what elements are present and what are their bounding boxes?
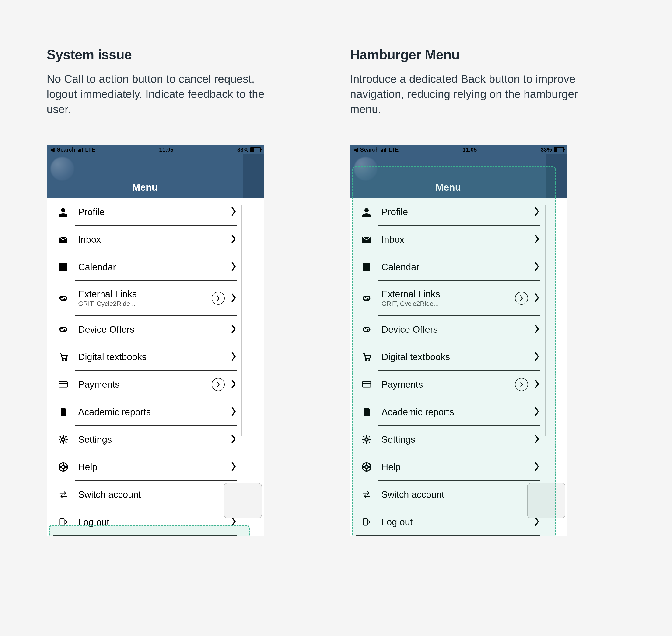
card-icon	[360, 379, 373, 390]
menu-item-sublabel: GRIT, Cycle2Ride...	[78, 300, 204, 307]
chevron-right-icon	[231, 407, 236, 417]
menu-item-label: Log out	[78, 517, 223, 526]
menu-item-label: Calendar	[78, 262, 223, 272]
chevron-right-icon	[231, 434, 236, 444]
scrollbar[interactable]	[544, 205, 546, 436]
chevron-right-icon	[534, 352, 540, 362]
status-time: 11:05	[462, 146, 477, 153]
menu-item-device[interactable]: Device Offers	[350, 316, 546, 343]
circled-chevron-icon[interactable]	[212, 292, 225, 305]
menu-item-sublabel: GRIT, Cycle2Ride...	[382, 300, 507, 307]
circled-chevron-icon[interactable]	[515, 378, 528, 391]
menu-item-label: Inbox	[78, 235, 223, 244]
menu-item-textbooks[interactable]: Digital textbooks	[350, 343, 546, 371]
menu-item-textbooks[interactable]: Digital textbooks	[47, 343, 243, 371]
logout-icon	[360, 517, 373, 527]
menu-item-label: Academic reports	[78, 407, 223, 417]
menu-item-label: Profile	[78, 207, 223, 217]
avatar[interactable]	[51, 157, 74, 180]
menu-item-calendar[interactable]: Calendar	[350, 253, 546, 281]
battery-icon	[554, 147, 564, 152]
menu-item-label: Digital textbooks	[78, 352, 223, 362]
menu-item-external[interactable]: External LinksGRIT, Cycle2Ride...	[350, 281, 546, 316]
chevron-right-icon	[231, 262, 236, 272]
underlying-card	[224, 483, 262, 518]
menu-item-label: Help	[382, 462, 526, 472]
signal-icon	[381, 147, 386, 152]
menu-item-inbox[interactable]: Inbox	[47, 226, 243, 253]
menu-item-label: External LinksGRIT, Cycle2Ride...	[78, 289, 204, 307]
description-right: Introduce a dedicated Back button to imp…	[350, 72, 583, 117]
menu-item-label: Device Offers	[78, 325, 223, 334]
gear-icon	[360, 434, 373, 444]
signal-icon	[78, 147, 83, 152]
circled-chevron-icon[interactable]	[212, 378, 225, 391]
status-battery-pct: 33%	[541, 146, 552, 153]
chevron-right-icon	[534, 207, 540, 217]
chevron-right-icon	[231, 293, 236, 303]
swap-icon	[360, 489, 373, 500]
menu-item-label: Switch account	[78, 490, 223, 499]
link-icon	[56, 324, 70, 335]
menu-item-switch[interactable]: Switch account	[350, 481, 546, 508]
chevron-right-icon	[534, 262, 540, 272]
lifebuoy-icon	[360, 462, 373, 472]
menu-item-help[interactable]: Help	[47, 453, 243, 481]
menu-item-label: Digital textbooks	[382, 352, 526, 362]
menu-item-switch[interactable]: Switch account	[47, 481, 243, 508]
chevron-right-icon	[231, 352, 236, 362]
chevron-right-icon	[231, 462, 236, 472]
underlying-content	[243, 198, 264, 536]
heading-left: System issue	[47, 47, 322, 62]
menu-item-profile[interactable]: Profile	[350, 198, 546, 226]
drawer-menu: ProfileInboxCalendarExternal LinksGRIT, …	[350, 198, 546, 536]
underlying-content	[546, 198, 567, 536]
doc-icon	[360, 407, 373, 417]
scrollbar[interactable]	[241, 205, 243, 436]
drawer-title: Menu	[132, 182, 158, 193]
menu-item-calendar[interactable]: Calendar	[47, 253, 243, 281]
heading-right: Hamburger Menu	[350, 47, 625, 62]
link-icon	[360, 324, 373, 335]
menu-item-label: Inbox	[382, 235, 526, 244]
chevron-right-icon	[534, 434, 540, 444]
menu-item-payments[interactable]: Payments	[350, 371, 546, 398]
chevron-right-icon	[231, 207, 236, 217]
menu-item-profile[interactable]: Profile	[47, 198, 243, 226]
menu-item-logout[interactable]: Log out	[350, 508, 546, 536]
mail-icon	[56, 234, 70, 244]
menu-item-reports[interactable]: Academic reports	[350, 398, 546, 426]
menu-item-payments[interactable]: Payments	[47, 371, 243, 398]
chevron-right-icon	[534, 234, 540, 244]
underlying-navbar	[243, 154, 264, 198]
status-bar: ◀ Search LTE 11:05 33%	[350, 145, 567, 154]
phone-mock-left: ◀ Search LTE 11:05 33% Menu	[47, 145, 264, 536]
menu-item-device[interactable]: Device Offers	[47, 316, 243, 343]
drawer-header: Menu	[47, 154, 243, 198]
underlying-navbar	[546, 154, 567, 198]
underlying-card	[527, 483, 565, 518]
card-icon	[56, 379, 70, 390]
chevron-right-icon	[231, 379, 236, 390]
menu-item-label: Device Offers	[382, 325, 526, 334]
menu-item-inbox[interactable]: Inbox	[350, 226, 546, 253]
avatar[interactable]	[354, 157, 377, 180]
menu-item-logout[interactable]: Log out	[47, 508, 243, 536]
menu-item-help[interactable]: Help	[350, 453, 546, 481]
chevron-right-icon	[534, 379, 540, 390]
menu-item-settings[interactable]: Settings	[350, 426, 546, 453]
menu-item-label: Calendar	[382, 262, 526, 272]
calendar-icon	[56, 262, 70, 272]
chevron-right-icon	[534, 462, 540, 472]
menu-item-settings[interactable]: Settings	[47, 426, 243, 453]
menu-item-reports[interactable]: Academic reports	[47, 398, 243, 426]
link-icon	[56, 293, 70, 303]
cart-icon	[360, 352, 373, 362]
status-bar: ◀ Search LTE 11:05 33%	[47, 145, 264, 154]
menu-item-external[interactable]: External LinksGRIT, Cycle2Ride...	[47, 281, 243, 316]
chevron-right-icon	[534, 293, 540, 303]
status-network: LTE	[388, 146, 399, 153]
menu-item-label: Help	[78, 462, 223, 472]
back-triangle-icon: ◀	[353, 146, 358, 153]
circled-chevron-icon[interactable]	[515, 292, 528, 305]
